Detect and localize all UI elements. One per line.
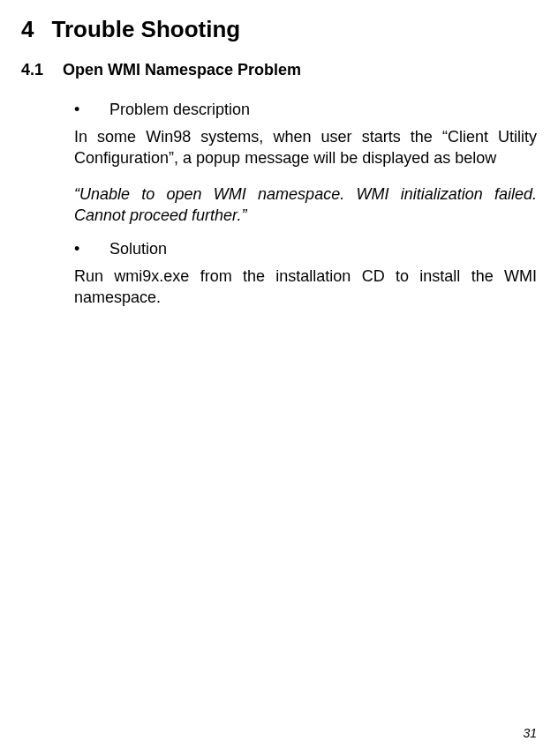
section-title: Open WMI Namespace Problem <box>63 61 301 79</box>
bullet-icon: • <box>74 240 109 258</box>
bullet-icon: • <box>74 101 109 119</box>
bullet-item-solution: • Solution <box>74 240 537 258</box>
paragraph-solution-description: Run wmi9x.exe from the installation CD t… <box>74 266 537 309</box>
chapter-heading: 4Trouble Shooting <box>21 16 537 43</box>
chapter-number: 4 <box>21 16 34 43</box>
content-block: • Problem description In some Win98 syst… <box>21 101 537 309</box>
bullet-item-problem: • Problem description <box>74 101 537 119</box>
bullet-label-problem: Problem description <box>109 101 250 119</box>
bullet-label-solution: Solution <box>109 240 167 258</box>
paragraph-problem-description: In some Win98 systems, when user starts … <box>74 126 537 169</box>
chapter-title: Trouble Shooting <box>51 16 240 42</box>
paragraph-error-message: “Unable to open WMI namespace. WMI initi… <box>74 183 537 227</box>
section-heading: 4.1Open WMI Namespace Problem <box>21 61 537 79</box>
section-number: 4.1 <box>21 61 43 79</box>
page-number: 31 <box>523 726 537 740</box>
